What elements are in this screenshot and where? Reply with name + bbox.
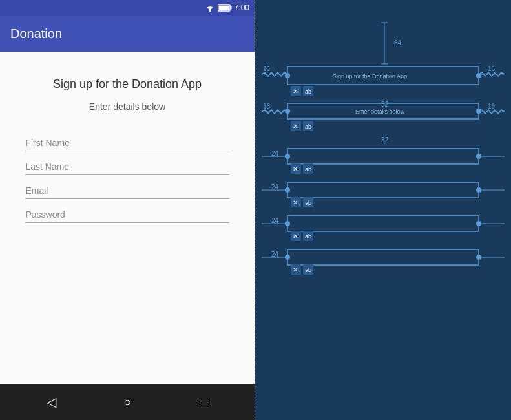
svg-text:32: 32 xyxy=(381,136,389,143)
bottom-nav: ◁ ○ □ xyxy=(0,384,255,420)
svg-text:16: 16 xyxy=(263,103,271,110)
svg-text:24: 24 xyxy=(271,217,279,224)
svg-text:✕: ✕ xyxy=(293,233,298,240)
first-name-input[interactable] xyxy=(25,132,229,151)
svg-text:24: 24 xyxy=(271,150,279,157)
svg-text:ab: ab xyxy=(305,123,311,130)
signup-subheading: Enter details below xyxy=(89,101,165,112)
battery-icon xyxy=(218,4,232,12)
wifi-icon xyxy=(205,4,215,12)
svg-text:✕: ✕ xyxy=(293,199,298,206)
svg-text:24: 24 xyxy=(271,184,279,191)
svg-rect-5 xyxy=(218,6,229,10)
svg-text:ab: ab xyxy=(305,267,311,273)
content-area: Sign up for the Donation App Enter detai… xyxy=(0,52,255,384)
svg-text:ab: ab xyxy=(305,89,311,95)
app-bar-title: Donation xyxy=(10,26,62,41)
svg-rect-4 xyxy=(230,6,231,10)
svg-text:✕: ✕ xyxy=(293,88,298,95)
status-time: 7:00 xyxy=(235,3,249,12)
signup-heading: Sign up for the Donation App xyxy=(53,78,202,91)
svg-text:64: 64 xyxy=(394,39,402,47)
app-bar: Donation xyxy=(0,16,255,52)
svg-text:ab: ab xyxy=(305,233,311,240)
form-container xyxy=(25,132,229,223)
status-icons: 7:00 xyxy=(205,3,249,12)
svg-text:ab: ab xyxy=(305,166,311,173)
email-input[interactable] xyxy=(25,180,229,199)
last-name-input[interactable] xyxy=(25,156,229,175)
svg-point-2 xyxy=(209,10,211,12)
home-button[interactable]: ○ xyxy=(114,389,140,415)
blueprint-panel: 64 16 16 Sign up for the Donation App ✕ … xyxy=(255,0,511,420)
svg-text:16: 16 xyxy=(488,103,495,110)
svg-text:Sign up for the Donation App: Sign up for the Donation App xyxy=(333,73,407,79)
back-button[interactable]: ◁ xyxy=(38,389,64,415)
svg-text:24: 24 xyxy=(271,251,279,258)
svg-text:✕: ✕ xyxy=(293,165,298,173)
recent-button[interactable]: □ xyxy=(191,389,216,415)
svg-text:✕: ✕ xyxy=(293,123,298,130)
svg-text:✕: ✕ xyxy=(293,266,298,273)
svg-text:ab: ab xyxy=(305,200,311,206)
svg-text:32: 32 xyxy=(381,101,389,108)
svg-text:16: 16 xyxy=(263,65,271,72)
blueprint-svg: 64 16 16 Sign up for the Donation App ✕ … xyxy=(255,0,511,420)
phone-panel: 7:00 Donation Sign up for the Donation A… xyxy=(0,0,255,420)
svg-text:Enter details below: Enter details below xyxy=(355,109,405,115)
svg-text:16: 16 xyxy=(488,65,495,72)
status-bar: 7:00 xyxy=(0,0,255,16)
password-input[interactable] xyxy=(25,204,229,223)
